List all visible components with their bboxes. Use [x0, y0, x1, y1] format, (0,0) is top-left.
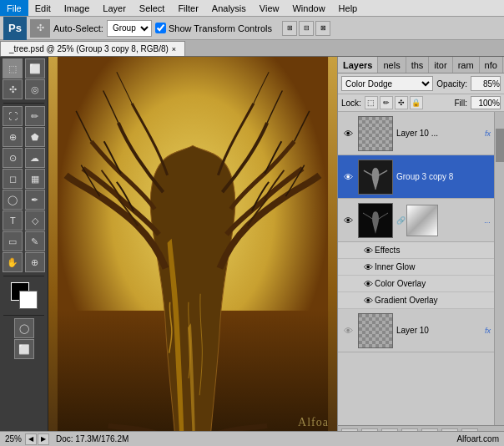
dodge-tool[interactable]: ◯	[3, 190, 23, 210]
layer-visibility-eye[interactable]: 👁	[341, 127, 355, 140]
ps-logo: Ps	[3, 17, 27, 40]
eraser-tool[interactable]: ◻	[3, 169, 23, 189]
layer-more-btn[interactable]: ...	[484, 216, 491, 225]
document-tab[interactable]: _tree.psd @ 25% (Group 3 copy 8, RGB/8) …	[0, 41, 185, 56]
layer-item-layer10-top[interactable]: 👁 Layer 10 ... fx	[338, 112, 494, 155]
channels-tab[interactable]: nels	[378, 57, 406, 73]
layer-item-layer10-bottom[interactable]: 👁 Layer 10 fx	[338, 309, 494, 352]
menu-window[interactable]: Window	[285, 0, 331, 16]
hand-tool[interactable]: ✋	[3, 252, 23, 272]
brush-tool[interactable]: ⬟	[25, 127, 45, 147]
toolbar: Ps ✣ Auto-Select: Group Layer Show Trans…	[0, 17, 504, 40]
fill-label: Fill:	[454, 99, 467, 108]
opacity-label: Opacity:	[436, 79, 467, 89]
layer-link-icon: 🔗	[396, 216, 405, 225]
lock-bar: Lock: ⬚ ✏ ✣ 🔒 Fill:	[338, 94, 504, 112]
lock-transparency-btn[interactable]: ⬚	[365, 96, 378, 109]
move-tool[interactable]: ✣	[3, 79, 23, 99]
align-buttons: ⊞ ⊟ ⊠	[282, 21, 330, 36]
auto-select-dropdown[interactable]: Group Layer	[107, 20, 152, 37]
move-tool-btn[interactable]: ✣	[30, 19, 50, 38]
path-tool[interactable]: ◇	[25, 210, 45, 231]
inner-glow-eye[interactable]: 👁	[361, 261, 375, 274]
menu-select[interactable]: Select	[133, 0, 172, 16]
menu-edit[interactable]: Edit	[28, 0, 58, 16]
gradient-overlay-eye[interactable]: 👁	[361, 294, 375, 307]
lasso-tool[interactable]: ⬜	[25, 58, 45, 79]
menu-bar: File Edit Image Layer Select Filter Anal…	[0, 0, 504, 17]
layer-visibility-eye[interactable]: 👁	[341, 214, 355, 227]
layer-thumbnail	[358, 313, 393, 348]
align-btn[interactable]: ⊟	[299, 21, 314, 36]
shape-tool[interactable]: ▭	[3, 231, 23, 251]
layers-list-area: 👁 Layer 10 ... fx 👁	[338, 112, 504, 425]
gradient-overlay-effect[interactable]: 👁 Gradient Overlay	[338, 292, 494, 309]
actions-tab[interactable]: ram	[453, 57, 480, 73]
effects-eye[interactable]: 👁	[361, 244, 375, 257]
transform-controls-checkbox[interactable]: Show Transform Controls	[155, 23, 272, 33]
layer-item-sub[interactable]: 👁 🔗 ...	[338, 199, 494, 242]
opacity-input[interactable]	[471, 76, 501, 91]
inner-glow-effect[interactable]: 👁 Inner Glow	[338, 259, 494, 276]
menu-file[interactable]: File	[0, 0, 28, 16]
paths-tab[interactable]: ths	[406, 57, 430, 73]
scroll-thumb[interactable]	[496, 129, 504, 162]
gradient-tool[interactable]: ▦	[25, 169, 45, 189]
eyedropper-tool[interactable]: ✏	[25, 106, 45, 126]
quick-select-tool[interactable]: ◎	[25, 79, 45, 99]
layer-fx-badge: fx	[485, 327, 491, 335]
tree-artwork	[48, 57, 337, 446]
info-tab[interactable]: nfo	[480, 57, 503, 73]
layer-visibility-eye[interactable]: 👁	[341, 170, 355, 184]
screen-mode-btn[interactable]: ⬜	[14, 339, 34, 359]
blend-mode-bar: Color Dodge Normal Multiply Screen Overl…	[338, 73, 504, 94]
fill-input[interactable]	[471, 96, 501, 109]
menu-filter[interactable]: Filter	[171, 0, 204, 16]
align-btn[interactable]: ⊠	[315, 21, 330, 36]
selection-tool[interactable]: ⬚	[3, 58, 23, 79]
tab-bar: _tree.psd @ 25% (Group 3 copy 8, RGB/8) …	[0, 40, 504, 57]
canvas-area[interactable]: Alfoa	[48, 57, 337, 446]
menu-layer[interactable]: Layer	[96, 0, 133, 16]
menu-view[interactable]: View	[253, 0, 286, 16]
layer-item-group3copy8[interactable]: 👁 Group 3 copy 8	[338, 155, 494, 199]
lock-all-btn[interactable]: 🔒	[410, 96, 423, 109]
zoom-tool[interactable]: ⊕	[25, 252, 45, 272]
align-btn[interactable]: ⊞	[282, 21, 297, 36]
prev-arrow-btn[interactable]: ◀	[25, 433, 37, 445]
color-picker[interactable]	[11, 282, 38, 309]
zoom-level: 25%	[5, 434, 22, 443]
auto-select-label: Auto-Select:	[53, 23, 103, 33]
background-color[interactable]	[19, 291, 38, 309]
lock-icons: ⬚ ✏ ✣ 🔒	[365, 96, 423, 109]
type-tool[interactable]: T	[3, 210, 23, 231]
quick-mask-btn[interactable]: ◯	[14, 318, 34, 338]
heal-tool[interactable]: ⊕	[3, 127, 23, 147]
crop-tool[interactable]: ⛶	[3, 106, 23, 126]
layers-tab[interactable]: Layers	[338, 57, 378, 73]
color-overlay-effect[interactable]: 👁 Color Overlay	[338, 276, 494, 292]
history-tab[interactable]: itor	[429, 57, 452, 73]
layer-thumbnail	[358, 160, 393, 195]
menu-analysis[interactable]: Analysis	[205, 0, 253, 16]
blend-mode-select[interactable]: Color Dodge Normal Multiply Screen Overl…	[341, 76, 433, 91]
effects-header: 👁 Effects	[338, 242, 494, 259]
lock-paint-btn[interactable]: ✏	[380, 96, 393, 109]
lock-position-btn[interactable]: ✣	[395, 96, 408, 109]
pen-tool[interactable]: ✒	[25, 190, 45, 210]
notes-tool[interactable]: ✎	[25, 231, 45, 251]
layers-scrollbar[interactable]	[494, 112, 504, 425]
canvas-nav-arrows: ◀ ▶	[25, 433, 49, 445]
layer-name: Group 3 copy 8	[396, 172, 491, 181]
next-arrow-btn[interactable]: ▶	[38, 433, 49, 445]
effects-label: Effects	[375, 246, 400, 255]
menu-help[interactable]: Help	[332, 0, 365, 16]
layer-mask-thumbnail	[406, 205, 438, 236]
main-area: _tree.psd @ 25% (Group 3 copy 8, RGB/8) …	[0, 40, 504, 446]
history-tool[interactable]: ☁	[25, 148, 45, 168]
watermark-status: Alfoart.com	[456, 434, 499, 443]
tab-close-btn[interactable]: ×	[172, 45, 176, 53]
menu-image[interactable]: Image	[58, 0, 97, 16]
clone-tool[interactable]: ⊙	[3, 148, 23, 168]
color-overlay-eye[interactable]: 👁	[361, 277, 375, 291]
